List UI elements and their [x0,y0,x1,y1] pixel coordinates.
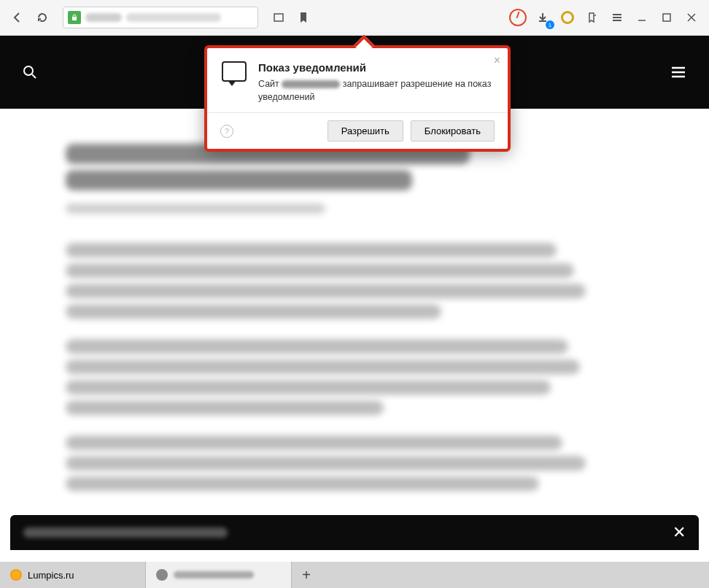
downloads-button[interactable]: 1 [532,7,553,28]
tab-label-blur [174,571,254,579]
bookmarks-panel-icon[interactable] [582,7,603,28]
reader-mode-icon[interactable] [268,7,289,28]
svg-rect-2 [663,14,670,21]
dialog-close-button[interactable]: × [494,54,500,67]
help-icon[interactable]: ? [220,125,233,138]
cookie-banner: ✕ [10,515,699,550]
favicon-icon [156,569,168,581]
tab-lumpics[interactable]: Lumpics.ru [0,562,146,588]
dialog-title: Показ уведомлений [258,61,493,74]
hamburger-menu-icon[interactable] [670,63,687,81]
notification-permission-dialog: × Показ уведомлений Сайт запрашивает раз… [204,45,511,152]
close-window-button[interactable] [681,7,702,28]
menu-button[interactable] [607,7,627,28]
allow-button[interactable]: Разрешить [328,120,403,142]
browser-toolbar: 1 [0,0,709,36]
reload-button[interactable] [32,7,53,28]
address-bar[interactable] [63,7,258,28]
lock-icon [68,11,81,24]
svg-point-3 [24,66,33,75]
tab-bar: Lumpics.ru + [0,562,709,588]
dialog-message: Сайт запрашивает разрешение на показ уве… [258,78,493,104]
svg-rect-1 [274,14,283,21]
new-tab-button[interactable]: + [292,562,321,588]
notification-icon [222,61,247,82]
search-icon[interactable] [22,64,38,80]
minimize-button[interactable] [632,7,652,28]
article-body [0,109,709,526]
url-path-blur [126,13,221,22]
svg-rect-0 [72,17,77,20]
site-name-blur [282,80,340,88]
downloads-badge: 1 [546,20,554,29]
bookmark-icon[interactable] [293,7,314,28]
favicon-icon [10,569,22,581]
maximize-button[interactable] [656,7,677,28]
url-domain-blur [85,13,122,22]
yandex-home-icon[interactable] [508,7,528,28]
tab-active[interactable] [146,562,292,588]
banner-close-button[interactable]: ✕ [673,523,686,542]
block-button[interactable]: Блокировать [411,120,495,142]
extension-icon[interactable] [557,7,578,28]
tab-label: Lumpics.ru [28,570,74,581]
banner-text-blur [23,527,228,538]
back-button[interactable] [7,7,28,28]
